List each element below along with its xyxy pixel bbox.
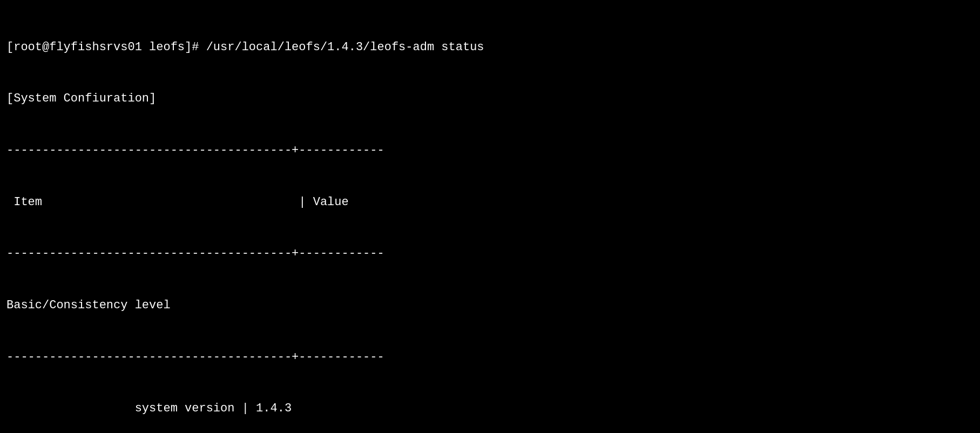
col-value-header: Value xyxy=(313,195,349,209)
system-config-header: [System Confiuration] xyxy=(6,90,974,107)
basic-consistency-header: Basic/Consistency level xyxy=(6,297,974,314)
col-sep-header: | xyxy=(299,195,306,209)
prompt-line: [root@flyfishsrvs01 leofs]# /usr/local/l… xyxy=(6,39,974,56)
row-system-version: system version | 1.4.3 xyxy=(6,400,974,417)
dash-line-1: ----------------------------------------… xyxy=(6,142,974,159)
col-item-header: Item xyxy=(13,195,299,209)
dash-line-3: ----------------------------------------… xyxy=(6,349,974,366)
dash-line-2: ----------------------------------------… xyxy=(6,245,974,262)
table-header: Item | Value xyxy=(6,194,974,211)
terminal-output: [root@flyfishsrvs01 leofs]# /usr/local/l… xyxy=(6,4,974,433)
